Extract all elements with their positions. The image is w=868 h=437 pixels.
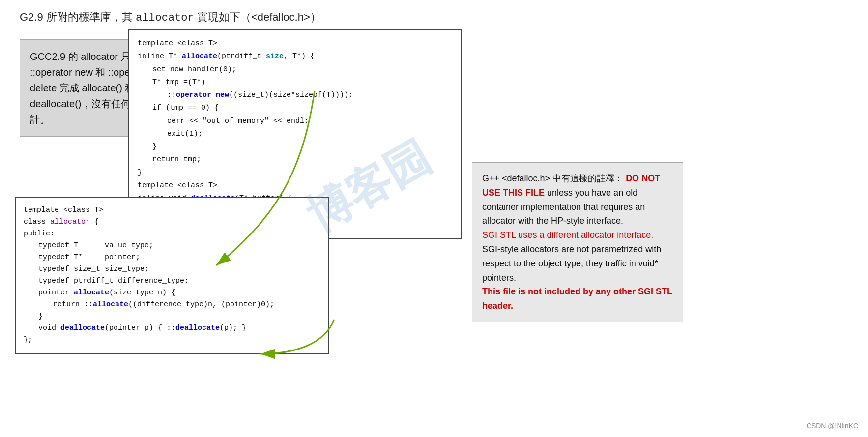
right-column: G++ <defalloc.h> 中有這樣的註釋： DO NOT USE THI… bbox=[472, 162, 683, 322]
annotation-box: G++ <defalloc.h> 中有這樣的註釋： DO NOT USE THI… bbox=[472, 162, 683, 322]
title-code: allocator bbox=[136, 12, 194, 24]
lc-line-10: } bbox=[38, 311, 320, 322]
page-container: G2.9 所附的標準庫，其 allocator 實現如下（<defalloc.h… bbox=[0, 0, 868, 437]
lc-line-7: typedef ptrdiff_t difference_type; bbox=[38, 275, 320, 287]
page-title: G2.9 所附的標準庫，其 allocator 實現如下（<defalloc.h… bbox=[20, 10, 848, 25]
watermark-bottom-right: CSDN @INlinKC bbox=[807, 422, 858, 430]
annotation-body2: SGI-style allocators are not parametrize… bbox=[482, 244, 661, 283]
annotation-warning2: SGI STL uses a different allocator inter… bbox=[482, 230, 653, 240]
lower-code-container: template <class T> class allocator { pub… bbox=[15, 192, 329, 354]
lc-line-6: typedef size_t size_type; bbox=[38, 263, 320, 275]
lc-line-8: pointer allocate(size_type n) { bbox=[38, 287, 320, 299]
lc-line-9: return ::allocate((difference_type)n, (p… bbox=[53, 299, 320, 311]
lc-line-3: public: bbox=[24, 228, 320, 240]
lc-line-12: }; bbox=[24, 334, 320, 346]
code-line-9: } bbox=[152, 141, 452, 153]
lc-line-2: class allocator { bbox=[24, 216, 320, 228]
code-line-12: template <class T> bbox=[138, 179, 452, 192]
code-line-5: ::operator new((size_t)(size*sizeof(T)))… bbox=[167, 89, 452, 102]
code-line-6: if (tmp == 0) { bbox=[152, 102, 452, 115]
code-line-4: T* tmp =(T*) bbox=[152, 76, 452, 89]
annotation-warning3: This file is not included by any other S… bbox=[482, 287, 672, 311]
title-prefix: G2.9 所附的標準庫，其 bbox=[20, 11, 133, 23]
code-line-10: return tmp; bbox=[152, 153, 452, 166]
code-line-2: inline T* allocate(ptrdiff_t size, T*) { bbox=[138, 50, 452, 63]
title-suffix: 實現如下（<defalloc.h>） bbox=[197, 11, 321, 23]
lc-line-5: typedef T* pointer; bbox=[38, 252, 320, 263]
annotation-prefix: G++ <defalloc.h> 中有這樣的註釋： bbox=[482, 174, 623, 183]
code-line-11: } bbox=[138, 167, 452, 179]
code-line-1: template <class T> bbox=[138, 37, 452, 50]
lc-line-1: template <class T> bbox=[24, 204, 320, 216]
lc-line-11: void deallocate(pointer p) { ::deallocat… bbox=[38, 322, 320, 334]
lc-line-4: typedef T value_type; bbox=[38, 240, 320, 252]
lower-code-box: template <class T> class allocator { pub… bbox=[15, 197, 329, 354]
code-line-3: set_new_handler(0); bbox=[152, 63, 452, 76]
code-line-7: cerr << "out of memory" << endl; bbox=[167, 115, 452, 128]
code-line-8: exit(1); bbox=[167, 128, 452, 141]
